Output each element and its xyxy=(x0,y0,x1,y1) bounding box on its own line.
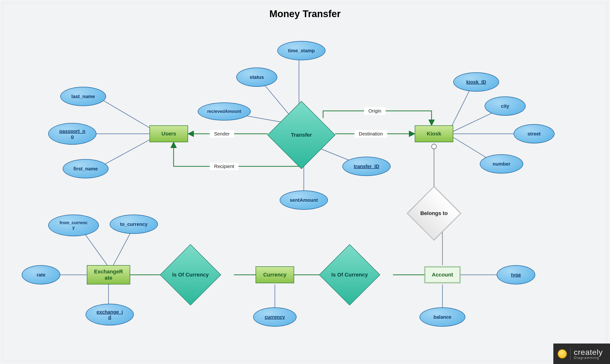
edge-label-sender: Sender xyxy=(210,130,234,138)
edge-label-destination: Destination xyxy=(354,130,387,138)
attr-time-stamp[interactable]: time_stamp xyxy=(277,41,325,60)
edge-label-origin: Origin xyxy=(364,107,386,115)
bulb-icon xyxy=(558,349,567,358)
edge-label-recipient: Recipient xyxy=(210,163,238,170)
attr-street[interactable]: street xyxy=(514,124,555,143)
attr-exchange-id[interactable]: exchange_i d xyxy=(86,304,134,325)
attr-currency[interactable]: currency xyxy=(253,307,297,327)
attr-balance[interactable]: balance xyxy=(419,307,465,327)
relationship-belongs-to[interactable]: Belongs to xyxy=(415,194,453,233)
entity-account[interactable]: Account xyxy=(424,266,461,283)
diagram-title: Money Transfer xyxy=(0,8,610,19)
entity-exchange-rate-label: ExchangeR ate xyxy=(94,269,123,281)
attr-type[interactable]: type xyxy=(497,265,535,285)
relationship-is-of-currency-2[interactable]: Is Of Currency xyxy=(328,253,371,297)
badge-text: creately Diagramming xyxy=(574,348,603,360)
relationship-is-of-currency-1[interactable]: Is Of Currency xyxy=(169,253,212,297)
entity-kiosk-label: Kiosk xyxy=(427,131,441,137)
attr-passport-no[interactable]: passport_n o xyxy=(48,123,96,145)
attr-first-name[interactable]: first_name xyxy=(63,159,108,178)
entity-users[interactable]: Users xyxy=(149,125,188,142)
entity-account-label: Account xyxy=(432,272,453,278)
badge-separator xyxy=(570,348,571,360)
entity-users-label: Users xyxy=(161,131,176,137)
diagram-canvas: Money Transfer xyxy=(0,0,610,364)
badge-brand: creately xyxy=(574,348,603,357)
attr-rate[interactable]: rate xyxy=(22,265,60,285)
entity-exchange-rate[interactable]: ExchangeR ate xyxy=(87,265,130,285)
entity-kiosk[interactable]: Kiosk xyxy=(415,125,453,142)
attr-transfer-id[interactable]: transfer_ID xyxy=(342,157,390,176)
entity-currency-label: Currency xyxy=(263,272,287,278)
attr-from-currency[interactable]: from_currenc y xyxy=(48,215,99,236)
attr-sent-amount[interactable]: sentAmount xyxy=(280,190,328,210)
attr-recieved-amount[interactable]: recievedAmount xyxy=(198,103,251,120)
attr-kiosk-id[interactable]: kiosk_ID xyxy=(453,72,499,91)
badge-tagline: Diagramming xyxy=(574,356,603,360)
relationship-transfer[interactable]: Transfer xyxy=(277,111,325,159)
attr-to-currency[interactable]: to_currency xyxy=(110,215,158,234)
attr-status[interactable]: status xyxy=(236,67,277,87)
attr-number[interactable]: number xyxy=(480,154,523,174)
entity-currency[interactable]: Currency xyxy=(256,266,294,283)
attr-city[interactable]: city xyxy=(485,96,526,116)
attr-last-name[interactable]: last_name xyxy=(60,87,106,106)
creately-badge: creately Diagramming xyxy=(553,343,610,364)
